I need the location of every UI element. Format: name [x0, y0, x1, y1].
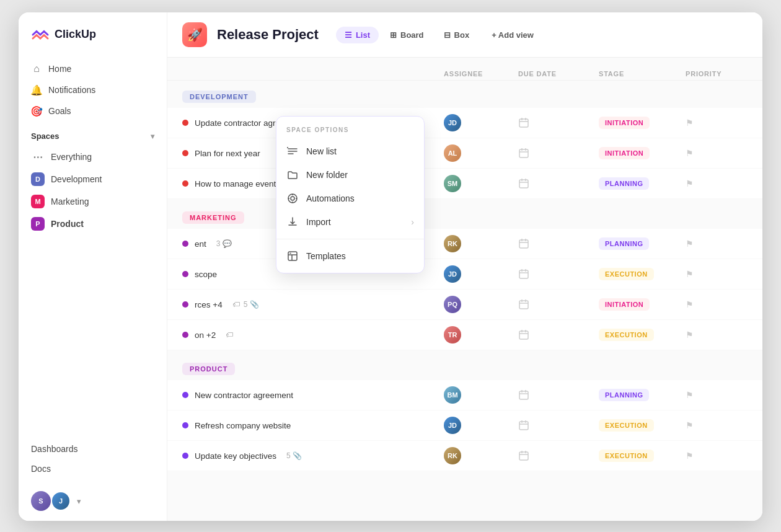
spaces-label: Spaces [31, 131, 60, 141]
stage-badge: INITIATION [599, 117, 650, 129]
table-row[interactable]: Update key objectives 5 📎 RK EXECUTION ⚑ [167, 441, 762, 471]
tab-box[interactable]: ⊟ Box [435, 27, 479, 43]
table-header: ASSIGNEE DUE DATE STAGE PRIORITY [167, 68, 762, 81]
task-label: ent [195, 239, 206, 249]
user-dropdown-arrow[interactable]: ▾ [77, 497, 81, 506]
task-label: Update key objectives [195, 451, 276, 461]
marketing-dot: M [31, 195, 45, 208]
new-folder-icon [286, 169, 299, 181]
tab-list[interactable]: ☰ List [336, 27, 379, 43]
section-badge-development: DEVELOPMENT [182, 91, 256, 103]
avatar: PQ [444, 296, 461, 313]
sidebar-item-home[interactable]: ⌂ Home [24, 58, 162, 79]
flag-icon: ⚑ [686, 239, 694, 249]
stage-cell: INITIATION [599, 147, 686, 159]
project-icon: 🚀 [182, 22, 207, 47]
avatar: BM [444, 386, 461, 404]
table-row[interactable]: rces +4 🏷 5 📎 PQ INITIATION ⚑ [167, 290, 762, 320]
dropdown-item-new-list-label: New list [306, 146, 337, 156]
task-label: Refresh company website [195, 421, 291, 430]
box-tab-icon: ⊟ [444, 30, 451, 40]
docs-label: Docs [31, 464, 51, 474]
box-tab-label: Box [454, 30, 470, 40]
sidebar-item-marketing[interactable]: M Marketing [24, 190, 162, 213]
task-label: Plan for next year [195, 149, 260, 158]
svg-rect-32 [519, 422, 528, 430]
priority-cell: ⚑ [686, 179, 748, 188]
sidebar-item-product[interactable]: P Product [24, 213, 162, 235]
assignee-cell: BM [444, 386, 518, 404]
task-name: Update key objectives 5 📎 [182, 451, 444, 461]
dropdown-item-automations[interactable]: Automations [276, 187, 424, 210]
col-priority: PRIORITY [686, 70, 748, 78]
table-row[interactable]: scope JD EXECUTION ⚑ [167, 259, 762, 290]
table-row[interactable]: ent 3 💬 RK PLANNING ⚑ [167, 229, 762, 259]
table-row[interactable]: Update contractor agreement JD INITIATIO… [167, 108, 762, 138]
sidebar-item-development[interactable]: D Development [24, 168, 162, 190]
avatar: JD [444, 114, 461, 131]
sidebar: ClickUp ⌂ Home 🔔 Notifications 🎯 Goals S… [19, 12, 167, 521]
stage-cell: PLANNING [599, 237, 686, 250]
flag-icon: ⚑ [686, 179, 694, 188]
task-tag-icon2: 🏷 [226, 330, 233, 339]
due-date-cell [518, 329, 599, 340]
avatar: JD [444, 265, 461, 283]
chevron-down-icon[interactable]: ▾ [151, 132, 154, 141]
col-due-date: DUE DATE [518, 70, 599, 78]
due-date-cell [518, 117, 599, 128]
add-view-button[interactable]: + Add view [483, 27, 542, 43]
avatar: AL [444, 144, 461, 162]
user-area[interactable]: S J ▾ [19, 484, 167, 511]
calendar-icon [518, 238, 529, 249]
calendar-icon [518, 148, 529, 159]
bell-icon: 🔔 [31, 84, 42, 95]
sidebar-item-goals[interactable]: 🎯 Goals [24, 100, 162, 122]
sidebar-item-marketing-label: Marketing [51, 197, 89, 206]
table-row[interactable]: Refresh company website JD EXECUTION ⚑ [167, 410, 762, 441]
sidebar-item-everything-label: Everything [51, 152, 92, 162]
assignee-cell: RK [444, 447, 518, 464]
assignee-cell: TR [444, 326, 518, 344]
board-tab-label: Board [400, 30, 424, 40]
task-dot [182, 453, 188, 459]
dropdown-item-import[interactable]: Import › [276, 210, 424, 234]
priority-cell: ⚑ [686, 330, 748, 340]
flag-icon: ⚑ [686, 269, 694, 279]
section-development: DEVELOPMENT [167, 83, 762, 108]
task-dot [182, 241, 188, 247]
due-date-cell [518, 450, 599, 461]
task-dot [182, 392, 188, 398]
assignee-cell: JD [444, 265, 518, 283]
dropdown-item-new-folder[interactable]: New folder [276, 163, 424, 187]
goals-icon: 🎯 [31, 105, 42, 117]
sidebar-item-docs[interactable]: Docs [24, 459, 162, 479]
sidebar-item-notifications[interactable]: 🔔 Notifications [24, 79, 162, 100]
task-comment-count: 3 💬 [216, 239, 232, 248]
task-label: scope [195, 270, 217, 279]
table-row[interactable]: New contractor agreement BM PLANNING ⚑ [167, 380, 762, 410]
priority-cell: ⚑ [686, 118, 748, 128]
stage-badge: PLANNING [599, 237, 649, 250]
sidebar-item-everything[interactable]: ⋯ Everything [24, 146, 162, 168]
dropdown-item-new-list[interactable]: New list [276, 140, 424, 163]
table-row[interactable]: on +2 🏷 TR EXECUTION ⚑ [167, 320, 762, 350]
main-content: 🚀 Release Project ☰ List ⊞ Board ⊟ Box +… [167, 12, 762, 521]
table-row[interactable]: Plan for next year AL INITIATION ⚑ [167, 138, 762, 169]
space-options-menu: SPACE OPTIONS New list New folder [276, 116, 425, 273]
project-title: Release Project [217, 27, 319, 43]
col-stage: STAGE [599, 70, 686, 78]
table-area: ASSIGNEE DUE DATE STAGE PRIORITY DEVELOP… [167, 58, 762, 521]
priority-cell: ⚑ [686, 239, 748, 249]
calendar-icon [518, 420, 529, 431]
board-tab-icon: ⊞ [390, 30, 397, 40]
import-icon [286, 216, 299, 228]
col-assignee: ASSIGNEE [444, 70, 518, 78]
sidebar-item-dashboards[interactable]: Dashboards [24, 439, 162, 459]
table-row[interactable]: How to manage event planning SM PLANNING… [167, 169, 762, 199]
tab-board[interactable]: ⊞ Board [381, 27, 433, 43]
stage-badge: EXECUTION [599, 450, 654, 462]
dropdown-item-automations-label: Automations [306, 193, 355, 203]
priority-cell: ⚑ [686, 148, 748, 158]
section-badge-marketing: MARKETING [182, 211, 244, 224]
dropdown-item-templates[interactable]: Templates [276, 244, 424, 268]
